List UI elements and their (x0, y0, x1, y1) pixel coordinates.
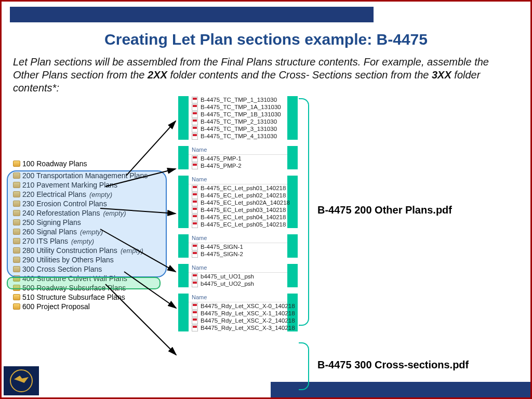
file-name: B4475_Rdy_Let_XSC_X-2_140218 (201, 317, 295, 324)
intro-paragraph: Let Plan sections will be assembled from… (13, 56, 510, 95)
file-row: B4475_Rdy_Let_XSC_X-0_140218 (189, 302, 287, 310)
file-group: NameB-4475_PMP-1B-4475_PMP-2 (178, 146, 298, 169)
brace-other-plans (299, 98, 309, 326)
file-name: b4475_ut_UO2_psh (201, 281, 254, 287)
pdf-icon (192, 111, 198, 118)
file-row: B-4475_EC_Let_psh02A_140218 (189, 199, 287, 206)
folder-row: 510 Structure Subsurface Plans (11, 292, 169, 302)
folder-row: 300 Cross Section Plans (11, 264, 169, 274)
file-row: b4475_ut_UO2_psh (189, 280, 287, 287)
pdf-icon (192, 221, 198, 228)
folder-label: 280 Utility Construction Plans (22, 246, 117, 255)
folder-first: 100 Roadway Plans (11, 159, 169, 168)
top-accent-bar (10, 7, 374, 22)
folder-icon (13, 266, 20, 272)
file-row: B4475_Rdy_Let_XSC_X-2_140218 (189, 317, 287, 324)
file-row: b4475_ut_UO1_psh (189, 273, 287, 280)
folder-label: 500 Roadway Subsurface Plans (22, 284, 126, 292)
file-row: B-4475_TC_TMP_1B_131030 (189, 111, 287, 118)
file-name: B-4475_EC_Let_psh04_140218 (201, 214, 286, 220)
pdf-icon (192, 192, 198, 199)
folder-label: 260 Signal Plans (22, 228, 77, 236)
folder-row: 280 Utility Construction Plans(empty) (11, 246, 169, 255)
pdf-icon (192, 155, 198, 162)
file-name: B4475_Rdy_Let_XSC_X-1_140218 (201, 310, 295, 316)
bottom-accent-bar (271, 382, 530, 397)
file-row: B-4475_EC_Let_psh05_140218 (189, 221, 287, 228)
folder-icon (13, 210, 20, 216)
file-name: B-4475_SIGN-2 (201, 251, 243, 257)
folder-label: 250 Signing Plans (22, 218, 81, 227)
folder-label: 400 Structure Culvert Wall Plans (22, 274, 127, 283)
pdf-icon (192, 244, 198, 250)
folder-icon (13, 303, 20, 310)
folder-row: 250 Signing Plans (11, 218, 169, 227)
file-group: NameB4475_Rdy_Let_XSC_X-0_140218B4475_Rd… (178, 294, 298, 331)
column-header-name: Name (189, 264, 287, 273)
folder-icon (13, 238, 20, 244)
file-name: B-4475_TC_TMP_3_131030 (201, 126, 277, 132)
folder-label: 240 Reforestation Plans (22, 209, 100, 217)
pdf-icon (192, 325, 198, 331)
file-row: B-4475_TC_TMP_4_131030 (189, 132, 287, 140)
pdf-icon (192, 118, 198, 125)
pdf-icon (192, 317, 198, 324)
empty-note: (empty) (71, 237, 94, 245)
folder-row: 400 Structure Culvert Wall Plans (11, 274, 169, 283)
folder-icon (13, 275, 20, 282)
folder-label: 510 Structure Subsurface Plans (22, 293, 125, 301)
file-row: B4475_Rdy_Let_XSC_X-3_140218 (189, 324, 287, 331)
folder-label: 270 ITS Plans (22, 237, 68, 245)
folder-label: 300 Cross Section Plans (22, 265, 102, 273)
file-name: B-4475_TC_TMP_1_131030 (201, 97, 277, 103)
pdf-icon (192, 303, 198, 310)
file-name: B-4475_PMP-2 (201, 163, 242, 169)
folder-label: 290 Utilities by Others Plans (22, 256, 114, 264)
file-name: B-4475_EC_Let_psh03_140218 (201, 207, 286, 213)
column-header-name: Name (189, 234, 287, 243)
file-name: B-4475_SIGN-1 (201, 244, 243, 250)
brace-cross-sections (299, 342, 309, 390)
folder-row: 200 Transportation Management Plans (11, 171, 169, 180)
file-row: B-4475_TC_TMP_1A_131030 (189, 103, 287, 111)
callout-cross-sections: B-4475 300 Cross-sections.pdf (317, 359, 469, 371)
column-header-name: Name (189, 294, 287, 302)
pdf-icon (192, 310, 198, 317)
file-row: B-4475_TC_TMP_2_131030 (189, 118, 287, 125)
folder-row: 220 Electrical Plans(empty) (11, 190, 169, 199)
folder-icon (13, 201, 20, 207)
file-name: B-4475_TC_TMP_1B_131030 (201, 111, 281, 117)
logo-badge (4, 366, 39, 395)
file-name: B4475_Rdy_Let_XSC_X-3_140218 (201, 325, 295, 331)
pdf-icon (192, 133, 198, 140)
file-row: B-4475_EC_Let_psh04_140218 (189, 214, 287, 221)
pdf-icon (192, 104, 198, 111)
empty-note: (empty) (103, 209, 126, 217)
folder-row: 210 Pavement Marking Plans (11, 180, 169, 190)
file-name: B-4475_PMP-1 (201, 155, 242, 162)
empty-note: (empty) (80, 228, 103, 236)
intro-bold-2xx: 2XX (148, 69, 167, 81)
pdf-icon (192, 200, 198, 206)
folder-row: 270 ITS Plans(empty) (11, 236, 169, 246)
folder-tree: 200 Transportation Management Plans210 P… (11, 171, 169, 311)
file-row: B-4475_TC_TMP_3_131030 (189, 125, 287, 132)
pdf-icon (192, 126, 198, 132)
folder-icon (13, 219, 20, 225)
file-row: B-4475_PMP-1 (189, 155, 287, 162)
file-name: B-4475_EC_Let_psh02_140218 (201, 192, 286, 198)
folder-label: 200 Transportation Management Plans (22, 171, 148, 180)
empty-note: (empty) (121, 247, 143, 255)
pdf-icon (192, 251, 198, 258)
file-name: B-4475_EC_Let_psh02A_140218 (201, 200, 290, 206)
file-name: B-4475_TC_TMP_1A_131030 (201, 104, 281, 110)
pdf-icon (192, 214, 198, 221)
folder-icon (13, 257, 20, 263)
slide-title: Creating Let Plan sections example: B-44… (2, 31, 530, 48)
folder-label: 600 Project Proposal (22, 302, 90, 311)
folder-icon (13, 161, 20, 167)
file-groups: B-4475_TC_TMP_1_131030B-4475_TC_TMP_1A_1… (178, 96, 298, 338)
file-name: B-4475_TC_TMP_2_131030 (201, 118, 277, 125)
logo-icon (10, 369, 33, 392)
pdf-icon (192, 273, 198, 280)
